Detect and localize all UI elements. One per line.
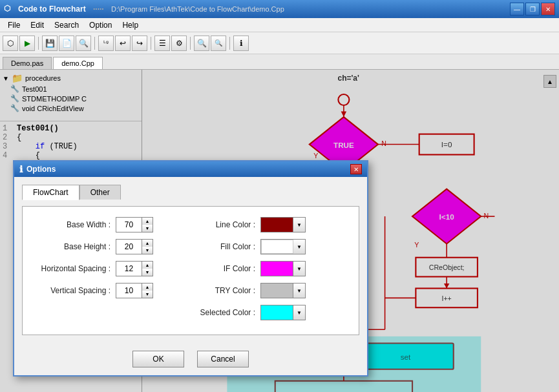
tb-undo-button[interactable]: ↩	[115, 36, 131, 51]
line-color-dropdown-button[interactable]: ▼	[293, 218, 305, 232]
toolbar-sep-1	[38, 37, 39, 50]
fill-color-label: Fill Color :	[197, 242, 255, 251]
selected-color-dropdown-button[interactable]: ▼	[293, 305, 305, 320]
toolbar-sep-2	[94, 37, 95, 50]
toolbar-sep-3	[151, 37, 151, 50]
base-height-label: Base Height :	[33, 242, 111, 251]
if-color-preview[interactable]	[261, 262, 293, 276]
try-color-dropdown-button[interactable]: ▼	[293, 284, 305, 298]
line-color-preview[interactable]	[261, 218, 293, 232]
horiz-spacing-up-button[interactable]: ▲	[142, 262, 153, 269]
form-col-left: Base Width : ▲ ▼ Base Height :	[33, 217, 184, 320]
dialog-titlebar: ℹ Options ✕	[14, 161, 367, 177]
app-title: Code to Flowchart ····· D:\Program Files…	[18, 5, 510, 14]
horiz-spacing-spinner: ▲ ▼	[116, 261, 153, 276]
menu-file[interactable]: File	[3, 19, 25, 31]
toolbar-sep-4	[190, 37, 191, 50]
if-color-row: IF Color : ▼	[197, 261, 348, 276]
vert-spacing-spinner: ▲ ▼	[116, 283, 153, 298]
horiz-spacing-down-button[interactable]: ▼	[142, 269, 153, 276]
vert-spacing-up-button[interactable]: ▲	[142, 284, 153, 291]
vert-spacing-spin-buttons: ▲ ▼	[142, 284, 153, 298]
horiz-spacing-row: Horizontal Spacing : ▲ ▼	[33, 261, 184, 276]
tb-new-button[interactable]: ⬡	[3, 36, 18, 51]
horiz-spacing-spin-buttons: ▲ ▼	[142, 262, 153, 276]
line-color-label: Line Color :	[197, 220, 255, 229]
tb-zoom-out-button[interactable]: 🔍	[211, 36, 226, 51]
base-height-spinner: ▲ ▼	[116, 239, 153, 254]
menu-search[interactable]: Search	[49, 19, 84, 31]
line-color-row: Line Color : ▼	[197, 217, 348, 232]
dialog-buttons: OK Cancel	[14, 343, 367, 375]
tb-save-button[interactable]: 💾	[42, 36, 58, 51]
if-color-label: IF Color :	[197, 264, 255, 273]
base-height-row: Base Height : ▲ ▼	[33, 239, 184, 254]
menu-option[interactable]: Option	[84, 19, 117, 31]
base-height-down-button[interactable]: ▼	[142, 247, 153, 254]
dialog-title: Options	[26, 165, 350, 174]
selected-color-row: Selected Color : ▼	[197, 305, 348, 320]
fill-color-dropdown-button[interactable]: ▼	[293, 240, 305, 254]
base-height-input[interactable]	[116, 240, 142, 254]
dialog-tab-other[interactable]: Other	[79, 185, 121, 200]
restore-button[interactable]: ❐	[525, 3, 540, 15]
tab-demo-pas[interactable]: Demo.pas	[3, 57, 52, 69]
try-color-row: TRY Color : ▼	[197, 283, 348, 298]
base-width-up-button[interactable]: ▲	[142, 218, 153, 225]
window-controls: — ❐ ✕	[510, 3, 555, 15]
dialog-tab-content: Base Width : ▲ ▼ Base Height :	[22, 206, 359, 335]
try-color-preview[interactable]	[261, 284, 293, 298]
if-color-picker: ▼	[260, 261, 306, 276]
tabs-bar: Demo.pas demo.Cpp	[0, 54, 559, 70]
horiz-spacing-input[interactable]	[116, 262, 142, 276]
tb-redo-button[interactable]: ↪	[132, 36, 147, 51]
base-width-down-button[interactable]: ▼	[142, 225, 153, 232]
base-height-spin-buttons: ▲ ▼	[142, 240, 153, 254]
cancel-button[interactable]: Cancel	[197, 351, 249, 367]
tb-lg-button[interactable]: ᴸᵍ	[98, 36, 114, 51]
base-height-up-button[interactable]: ▲	[142, 240, 153, 247]
base-width-label: Base Width :	[33, 220, 111, 229]
close-button[interactable]: ✕	[541, 3, 555, 15]
tab-demo-cpp[interactable]: demo.Cpp	[53, 57, 103, 69]
horiz-spacing-label: Horizontal Spacing :	[33, 264, 111, 273]
tb-copy-button[interactable]: 📄	[59, 36, 74, 51]
dialog-icon: ℹ	[19, 164, 23, 174]
base-width-spin-buttons: ▲ ▼	[142, 218, 153, 232]
fill-color-preview[interactable]	[261, 240, 293, 254]
selected-color-preview[interactable]	[261, 305, 293, 320]
fill-color-row: Fill Color : ▼	[197, 239, 348, 254]
vert-spacing-down-button[interactable]: ▼	[142, 291, 153, 298]
tb-info-button[interactable]: ℹ	[233, 36, 249, 51]
line-color-picker: ▼	[260, 217, 306, 232]
ok-button[interactable]: OK	[132, 351, 184, 367]
menu-edit[interactable]: Edit	[25, 19, 49, 31]
form-grid: Base Width : ▲ ▼ Base Height :	[33, 217, 348, 320]
dialog-close-button[interactable]: ✕	[350, 164, 362, 174]
if-color-dropdown-button[interactable]: ▼	[293, 262, 305, 276]
options-dialog: ℹ Options ✕ FlowChart Other Base Width :	[13, 160, 368, 377]
tb-find-button[interactable]: 🔍	[76, 36, 91, 51]
base-width-row: Base Width : ▲ ▼	[33, 217, 184, 232]
form-col-right: Line Color : ▼ Fill Color : ▼	[197, 217, 348, 320]
vert-spacing-input[interactable]	[116, 284, 142, 298]
dialog-tab-flowchart[interactable]: FlowChart	[22, 185, 79, 200]
app-icon: ⬡	[4, 4, 14, 14]
minimize-button[interactable]: —	[510, 3, 524, 15]
menu-help[interactable]: Help	[117, 19, 143, 31]
tb-zoom-in-button[interactable]: 🔍	[194, 36, 209, 51]
selected-color-label: Selected Color :	[197, 308, 255, 317]
base-width-input[interactable]	[116, 218, 142, 232]
tb-settings-button[interactable]: ⚙	[171, 36, 187, 51]
tb-list-button[interactable]: ☰	[154, 36, 170, 51]
vert-spacing-label: Vertical Spacing :	[33, 286, 111, 295]
vert-spacing-row: Vertical Spacing : ▲ ▼	[33, 283, 184, 298]
fill-color-picker: ▼	[260, 239, 306, 254]
menu-bar: File Edit Search Option Help	[0, 18, 559, 32]
try-color-label: TRY Color :	[197, 286, 255, 295]
dialog-body: FlowChart Other Base Width : ▲	[14, 177, 367, 343]
selected-color-picker: ▼	[260, 305, 306, 320]
title-bar: ⬡ Code to Flowchart ····· D:\Program Fil…	[0, 0, 559, 18]
tb-run-button[interactable]: ▶	[19, 36, 35, 51]
base-width-spinner: ▲ ▼	[116, 217, 153, 232]
